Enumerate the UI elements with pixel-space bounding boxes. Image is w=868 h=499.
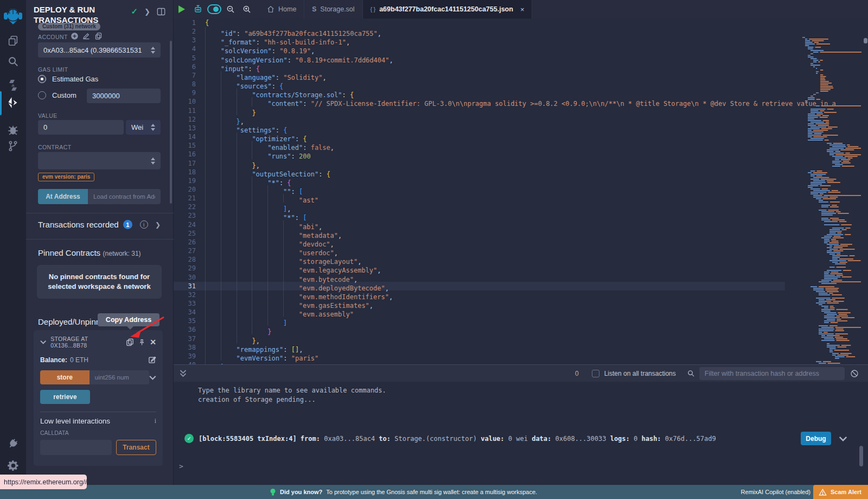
expand-log-icon[interactable] xyxy=(839,436,847,441)
estimated-gas-radio[interactable] xyxy=(38,75,46,83)
minimap[interactable] xyxy=(800,37,861,383)
store-arg-input[interactable]: uint256 num xyxy=(90,370,150,384)
line-number[interactable]: 24 xyxy=(174,220,205,229)
line-number[interactable]: 8 xyxy=(174,80,205,89)
git-icon[interactable] xyxy=(0,137,26,155)
line-number[interactable]: 14 xyxy=(174,132,205,141)
editor-scrollbar[interactable] xyxy=(864,38,867,43)
terminal-prompt[interactable]: > xyxy=(179,462,183,470)
close-tab-icon[interactable]: × xyxy=(520,5,525,14)
code-line[interactable]: 14"optimizer": { xyxy=(174,132,785,141)
code-line[interactable]: 37}, xyxy=(174,334,785,343)
code-line[interactable]: 3"_format": "hh-sol-build-info-1", xyxy=(174,36,785,45)
line-number[interactable]: 30 xyxy=(174,273,205,282)
code-line[interactable]: 36} xyxy=(174,325,785,334)
line-number[interactable]: 25 xyxy=(174,229,205,238)
line-number[interactable]: 23 xyxy=(174,211,205,220)
search-icon[interactable] xyxy=(0,52,26,71)
code-line[interactable]: 26"devdoc", xyxy=(174,238,785,247)
code-line[interactable]: 38"remappings": [], xyxy=(174,343,785,352)
code-line[interactable]: 23"*": [ xyxy=(174,211,785,220)
code-line[interactable]: 1{ xyxy=(174,18,785,27)
at-address-input[interactable]: Load contract from Addr xyxy=(88,189,161,204)
code-line[interactable]: 28"storageLayout", xyxy=(174,255,785,264)
terminal-scrollbar[interactable] xyxy=(859,446,863,466)
code-line[interactable]: 19"*": { xyxy=(174,176,785,185)
line-number[interactable]: 4 xyxy=(174,45,205,53)
settings-icon[interactable] xyxy=(0,456,26,475)
line-number[interactable]: 22 xyxy=(174,203,205,211)
zoom-out-icon[interactable] xyxy=(222,0,239,18)
listen-checkbox[interactable] xyxy=(592,370,599,377)
line-number[interactable]: 31 xyxy=(174,282,205,290)
line-number[interactable]: 38 xyxy=(174,343,205,352)
clear-console-icon[interactable] xyxy=(850,369,859,378)
code-line[interactable]: 32"evm.methodIdentifiers", xyxy=(174,290,785,299)
panel-forward-icon[interactable]: ❯ xyxy=(144,8,150,16)
remove-instance-icon[interactable]: ✕ xyxy=(150,338,156,346)
tab-home[interactable]: Home xyxy=(259,0,304,18)
line-number[interactable]: 2 xyxy=(174,27,205,36)
terminal[interactable]: Type the library name to see available c… xyxy=(174,382,868,485)
line-number[interactable]: 39 xyxy=(174,352,205,361)
copilot-status[interactable]: RemixAI Copilot (enabled) xyxy=(741,485,810,499)
line-number[interactable]: 15 xyxy=(174,141,205,150)
custom-gas-radio[interactable] xyxy=(38,91,46,99)
zoom-in-icon[interactable] xyxy=(239,0,255,18)
expand-args-icon[interactable] xyxy=(149,375,156,380)
pin-instance-icon[interactable] xyxy=(138,338,145,346)
tab-storage-sol[interactable]: S Storage.sol xyxy=(304,0,362,18)
contract-stepper-icon[interactable] xyxy=(151,155,155,167)
account-stepper-icon[interactable] xyxy=(151,45,155,56)
code-line[interactable]: 24"abi", xyxy=(174,220,785,229)
code-line[interactable]: 10"content": "// SPDX-License-Identifier… xyxy=(174,97,785,106)
tab-json-file[interactable]: { } a69b43f277ba20fcac141151250ca755.jso… xyxy=(363,0,533,18)
line-number[interactable]: 19 xyxy=(174,176,205,185)
info-icon[interactable]: i xyxy=(140,220,148,229)
code-line[interactable]: 20"": [ xyxy=(174,185,785,194)
line-number[interactable]: 7 xyxy=(174,71,205,80)
remix-logo[interactable] xyxy=(0,4,26,28)
code-editor[interactable]: 1{2"id": "a69b43f277ba20fcac141151250ca7… xyxy=(174,18,868,383)
contract-select[interactable] xyxy=(38,152,161,169)
copilot-toggle-icon[interactable] xyxy=(206,0,222,18)
line-number[interactable]: 26 xyxy=(174,238,205,247)
line-number[interactable]: 37 xyxy=(174,334,205,343)
code-line[interactable]: 13"settings": { xyxy=(174,124,785,132)
edit-account-icon[interactable] xyxy=(82,32,91,40)
code-line[interactable]: 25"metadata", xyxy=(174,229,785,238)
filter-input[interactable]: Filter with transaction hash or address xyxy=(699,367,845,380)
line-number[interactable]: 21 xyxy=(174,194,205,203)
line-number[interactable]: 6 xyxy=(174,62,205,71)
code-line[interactable]: 5"solcLongVersion": "0.8.19+commit.7dd6d… xyxy=(174,54,785,62)
low-level-info-icon[interactable]: i xyxy=(155,417,156,425)
code-line[interactable]: 7"language": "Solidity", xyxy=(174,71,785,80)
code-line[interactable]: 30"evm.bytecode", xyxy=(174,273,785,282)
code-line[interactable]: 39"evmVersion": "paris" xyxy=(174,352,785,361)
deploy-run-icon[interactable] xyxy=(0,93,26,112)
line-number[interactable]: 9 xyxy=(174,89,205,97)
value-unit-select[interactable]: Wei xyxy=(126,120,161,135)
code-line[interactable]: 16"runs": 200 xyxy=(174,150,785,159)
custom-gas-input[interactable]: 3000000 xyxy=(87,89,161,103)
code-line[interactable]: 31"evm.deployedBytecode", xyxy=(174,282,785,290)
line-number[interactable]: 28 xyxy=(174,255,205,264)
debugger-icon[interactable] xyxy=(0,121,26,139)
tx-expand-icon[interactable]: ❯ xyxy=(155,221,161,229)
at-address-button[interactable]: At Address xyxy=(38,189,88,204)
line-number[interactable]: 11 xyxy=(174,106,205,115)
transaction-log-row[interactable]: ✓ [block:5583405 txIndex:4] from: 0xa03.… xyxy=(184,432,857,445)
code-line[interactable]: 21"ast" xyxy=(174,194,785,203)
add-account-icon[interactable] xyxy=(71,32,79,40)
line-number[interactable]: 1 xyxy=(174,18,205,27)
code-line[interactable]: 27"userdoc", xyxy=(174,247,785,255)
line-number[interactable]: 35 xyxy=(174,317,205,325)
edit-balance-icon[interactable] xyxy=(148,356,156,364)
line-number[interactable]: 20 xyxy=(174,185,205,194)
code-line[interactable]: 2"id": "a69b43f277ba20fcac141151250ca755… xyxy=(174,27,785,36)
solidity-compiler-icon[interactable] xyxy=(0,76,26,94)
line-number[interactable]: 34 xyxy=(174,308,205,317)
plugin-manager-icon[interactable] xyxy=(0,434,26,453)
code-line[interactable]: 22], xyxy=(174,203,785,211)
collapse-icon[interactable] xyxy=(40,340,46,344)
